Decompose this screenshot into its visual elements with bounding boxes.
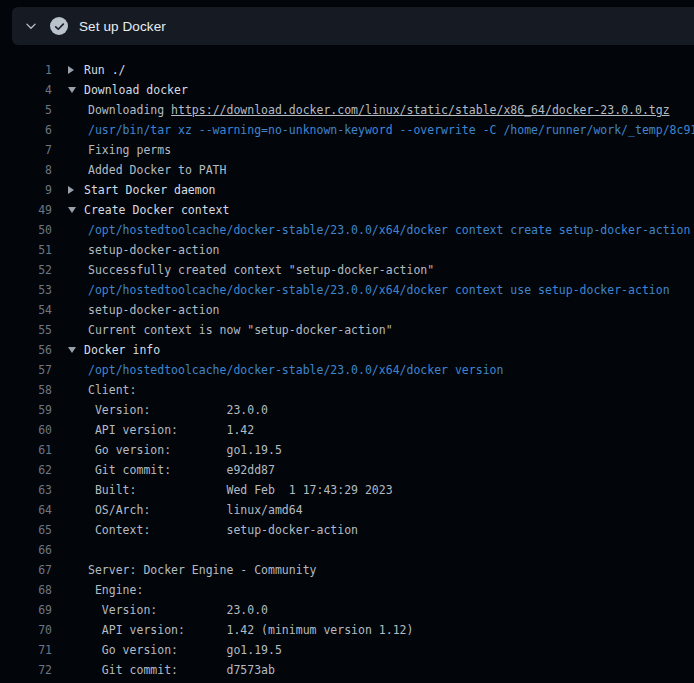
- line-number[interactable]: 72: [0, 660, 52, 680]
- line-number[interactable]: 51: [0, 240, 52, 260]
- line-number[interactable]: 4: [0, 80, 52, 100]
- log-row: 58Client:: [0, 380, 694, 400]
- log-row: 53/opt/hostedtoolcache/docker-stable/23.…: [0, 280, 694, 300]
- log-command: /usr/bin/tar xz --warning=no-unknown-key…: [88, 123, 694, 137]
- group-title: Start Docker daemon: [84, 183, 216, 197]
- step-header[interactable]: Set up Docker: [12, 7, 694, 45]
- line-number[interactable]: 67: [0, 560, 52, 580]
- chevron-down-icon[interactable]: [24, 19, 38, 33]
- line-number[interactable]: 60: [0, 420, 52, 440]
- log-text: Current context is now "setup-docker-act…: [88, 323, 393, 337]
- log-text: Go version: go1.19.5: [88, 443, 282, 457]
- log-text: Fixing perms: [88, 143, 171, 157]
- group-title: Download docker: [84, 83, 188, 97]
- chevron-right-icon: [68, 66, 74, 74]
- log-line: Built: Wed Feb 1 17:43:29 2023: [68, 480, 694, 500]
- group-toggle[interactable]: Download docker: [68, 80, 694, 100]
- line-number[interactable]: 70: [0, 620, 52, 640]
- log-line: Version: 23.0.0: [68, 600, 694, 620]
- log-command: /opt/hostedtoolcache/docker-stable/23.0.…: [88, 283, 670, 297]
- log-line: [68, 540, 694, 560]
- line-number[interactable]: 7: [0, 140, 52, 160]
- log-row: 55Current context is now "setup-docker-a…: [0, 320, 694, 340]
- log-row: 62 Git commit: e92dd87: [0, 460, 694, 480]
- line-number[interactable]: 66: [0, 540, 52, 560]
- log-text: Server: Docker Engine - Community: [88, 563, 316, 577]
- log-line: Successfully created context "setup-dock…: [68, 260, 694, 280]
- log-line: /opt/hostedtoolcache/docker-stable/23.0.…: [68, 360, 694, 380]
- log-row: 64 OS/Arch: linux/amd64: [0, 500, 694, 520]
- log-text: Successfully created context "setup-dock…: [88, 263, 434, 277]
- line-number[interactable]: 54: [0, 300, 52, 320]
- chevron-down-icon: [68, 347, 76, 353]
- group-toggle[interactable]: Create Docker context: [68, 200, 694, 220]
- log-row: 7Fixing perms: [0, 140, 694, 160]
- log-row: 9Start Docker daemon: [0, 180, 694, 200]
- line-number[interactable]: 58: [0, 380, 52, 400]
- log-text: Version: 23.0.0: [88, 403, 268, 417]
- line-number[interactable]: 56: [0, 340, 52, 360]
- log-row: 51setup-docker-action: [0, 240, 694, 260]
- line-number[interactable]: 8: [0, 160, 52, 180]
- log-row: 65 Context: setup-docker-action: [0, 520, 694, 540]
- line-number[interactable]: 57: [0, 360, 52, 380]
- log-row: 67Server: Docker Engine - Community: [0, 560, 694, 580]
- log-line: Added Docker to PATH: [68, 160, 694, 180]
- log-line: /usr/bin/tar xz --warning=no-unknown-key…: [68, 120, 694, 140]
- log-text: Context: setup-docker-action: [88, 523, 358, 537]
- log-row: 57/opt/hostedtoolcache/docker-stable/23.…: [0, 360, 694, 380]
- log-row: 66: [0, 540, 694, 560]
- line-number[interactable]: 55: [0, 320, 52, 340]
- log-row: 59 Version: 23.0.0: [0, 400, 694, 420]
- log-line: Current context is now "setup-docker-act…: [68, 320, 694, 340]
- line-number[interactable]: 65: [0, 520, 52, 540]
- log-text: OS/Arch: linux/amd64: [88, 503, 303, 517]
- log-row: 70 API version: 1.42 (minimum version 1.…: [0, 620, 694, 640]
- log-text: Git commit: d7573ab: [88, 663, 275, 677]
- log-row: 71 Go version: go1.19.5: [0, 640, 694, 660]
- line-number[interactable]: 69: [0, 600, 52, 620]
- line-number[interactable]: 5: [0, 100, 52, 120]
- log-row: 1Run ./: [0, 60, 694, 80]
- log-text: Git commit: e92dd87: [88, 463, 275, 477]
- group-title: Run ./: [84, 63, 126, 77]
- line-number[interactable]: 63: [0, 480, 52, 500]
- line-number[interactable]: 64: [0, 500, 52, 520]
- line-number[interactable]: 9: [0, 180, 52, 200]
- line-number[interactable]: 49: [0, 200, 52, 220]
- line-number[interactable]: 50: [0, 220, 52, 240]
- log-line: Git commit: e92dd87: [68, 460, 694, 480]
- log-row: 49Create Docker context: [0, 200, 694, 220]
- log-row: 60 API version: 1.42: [0, 420, 694, 440]
- log-text: Engine:: [88, 583, 143, 597]
- log-row: 8Added Docker to PATH: [0, 160, 694, 180]
- log-line: OS/Arch: linux/amd64: [68, 500, 694, 520]
- log-row: 50/opt/hostedtoolcache/docker-stable/23.…: [0, 220, 694, 240]
- log-row: 63 Built: Wed Feb 1 17:43:29 2023: [0, 480, 694, 500]
- line-number[interactable]: 59: [0, 400, 52, 420]
- log-row: 52Successfully created context "setup-do…: [0, 260, 694, 280]
- group-toggle[interactable]: Docker info: [68, 340, 694, 360]
- log-row: 5Downloading https://download.docker.com…: [0, 100, 694, 120]
- line-number[interactable]: 62: [0, 460, 52, 480]
- log-text: Version: 23.0.0: [88, 603, 268, 617]
- group-toggle[interactable]: Run ./: [68, 60, 694, 80]
- line-number[interactable]: 53: [0, 280, 52, 300]
- line-number[interactable]: 68: [0, 580, 52, 600]
- line-number[interactable]: 61: [0, 440, 52, 460]
- line-number[interactable]: 6: [0, 120, 52, 140]
- log-command: /opt/hostedtoolcache/docker-stable/23.0.…: [88, 223, 694, 237]
- group-toggle[interactable]: Start Docker daemon: [68, 180, 694, 200]
- log-text: Downloading: [88, 103, 171, 117]
- log-text: Added Docker to PATH: [88, 163, 226, 177]
- line-number[interactable]: 71: [0, 640, 52, 660]
- line-number[interactable]: 1: [0, 60, 52, 80]
- log-row: 61 Go version: go1.19.5: [0, 440, 694, 460]
- step-title: Set up Docker: [79, 19, 166, 34]
- log-row: 56Docker info: [0, 340, 694, 360]
- line-number[interactable]: 52: [0, 260, 52, 280]
- chevron-down-icon: [68, 207, 76, 213]
- log-row: 69 Version: 23.0.0: [0, 600, 694, 620]
- log-text: setup-docker-action: [88, 243, 220, 257]
- log-link[interactable]: https://download.docker.com/linux/static…: [171, 103, 670, 117]
